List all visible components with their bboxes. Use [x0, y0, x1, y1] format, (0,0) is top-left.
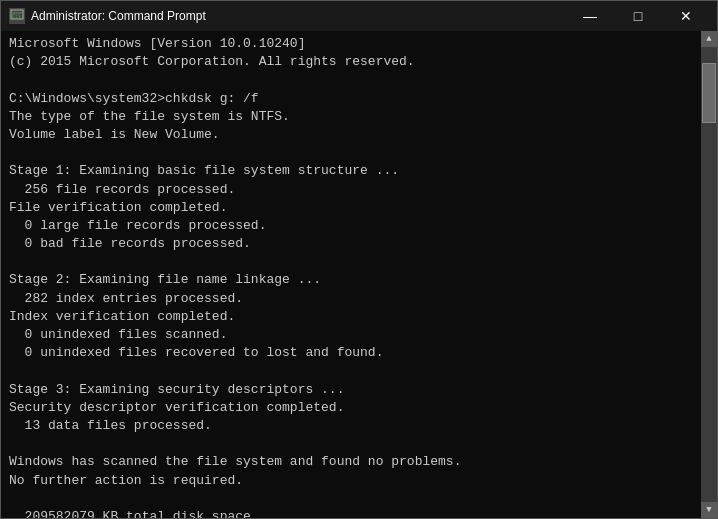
app-icon: C:\: [9, 8, 25, 24]
maximize-button[interactable]: □: [615, 1, 661, 31]
svg-text:C:\: C:\: [12, 13, 21, 19]
titlebar: C:\ Administrator: Command Prompt — □ ✕: [1, 1, 717, 31]
window-controls: — □ ✕: [567, 1, 709, 31]
terminal-output: Microsoft Windows [Version 10.0.10240] (…: [9, 35, 709, 518]
terminal-content[interactable]: Microsoft Windows [Version 10.0.10240] (…: [1, 31, 717, 518]
scroll-up-button[interactable]: ▲: [701, 31, 717, 47]
cmd-window: C:\ Administrator: Command Prompt — □ ✕ …: [0, 0, 718, 519]
scrollbar-thumb[interactable]: [702, 63, 716, 123]
minimize-button[interactable]: —: [567, 1, 613, 31]
scroll-down-button[interactable]: ▼: [701, 502, 717, 518]
window-title: Administrator: Command Prompt: [31, 9, 567, 23]
scrollbar[interactable]: ▲ ▼: [701, 31, 717, 518]
close-button[interactable]: ✕: [663, 1, 709, 31]
